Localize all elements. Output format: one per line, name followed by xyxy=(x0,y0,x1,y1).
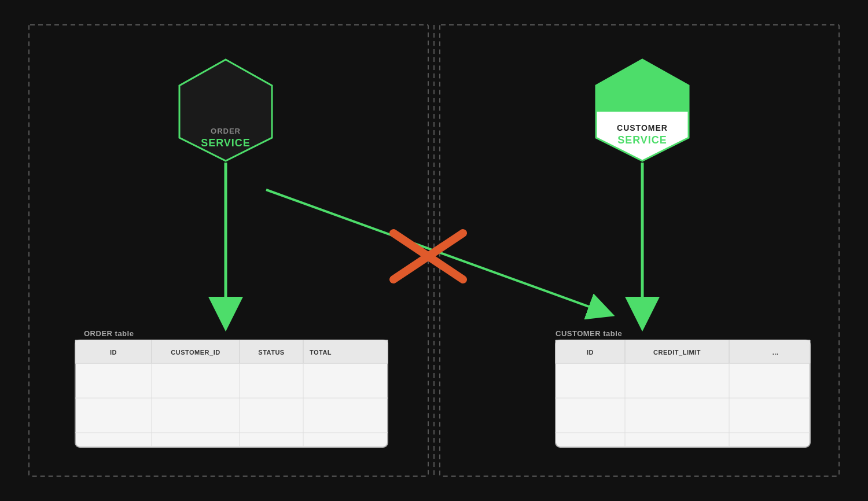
svg-text:ID: ID xyxy=(110,349,117,356)
svg-rect-35 xyxy=(556,340,810,363)
svg-rect-36 xyxy=(556,340,810,346)
svg-text:ORDER table: ORDER table xyxy=(84,329,134,338)
diagram-svg: ORDER SERVICE CUSTOMER SERVICE ORDER tab… xyxy=(23,19,845,482)
svg-text:ID: ID xyxy=(587,349,594,356)
canvas: ORDER SERVICE CUSTOMER SERVICE ORDER tab… xyxy=(23,19,845,482)
svg-rect-0 xyxy=(29,25,428,476)
svg-text:...: ... xyxy=(773,349,779,356)
svg-marker-8 xyxy=(596,60,689,161)
svg-text:ORDER: ORDER xyxy=(211,127,241,135)
svg-line-13 xyxy=(266,190,602,311)
svg-line-14 xyxy=(393,233,463,279)
svg-marker-4 xyxy=(179,60,272,161)
svg-text:CUSTOMER_ID: CUSTOMER_ID xyxy=(171,349,220,356)
svg-rect-19 xyxy=(75,340,388,363)
svg-text:SERVICE: SERVICE xyxy=(617,134,667,146)
svg-marker-9 xyxy=(596,60,689,112)
svg-line-15 xyxy=(393,233,463,279)
svg-rect-18 xyxy=(75,340,388,447)
svg-rect-34 xyxy=(556,340,810,447)
svg-text:CUSTOMER table: CUSTOMER table xyxy=(556,329,622,338)
svg-text:CUSTOMER: CUSTOMER xyxy=(617,123,668,132)
svg-rect-20 xyxy=(75,340,388,346)
svg-text:STATUS: STATUS xyxy=(258,349,284,356)
svg-rect-1 xyxy=(440,25,839,476)
svg-text:CREDIT_LIMIT: CREDIT_LIMIT xyxy=(653,349,701,356)
svg-text:SERVICE: SERVICE xyxy=(201,137,251,149)
svg-marker-3 xyxy=(179,60,272,120)
svg-text:TOTAL: TOTAL xyxy=(310,349,332,356)
